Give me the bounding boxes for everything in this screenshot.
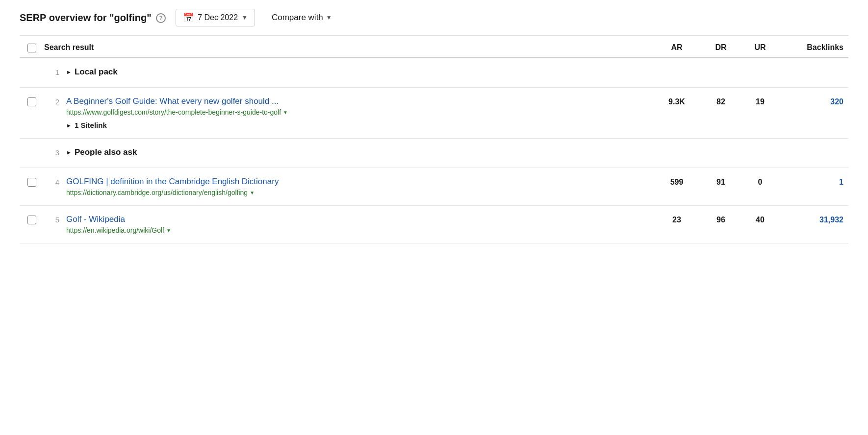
table-row: 1 ► Local pack: [20, 58, 848, 88]
row-1-expand-arrow[interactable]: ►: [66, 69, 72, 75]
header-result-label: Search result: [44, 43, 652, 52]
row-5-ur: 40: [740, 215, 780, 224]
row-1-number: 1: [44, 67, 66, 76]
row-5-backlinks-link[interactable]: 31,932: [819, 216, 843, 224]
row-1-ur: [740, 67, 780, 68]
row-2-sitelink-arrow[interactable]: ►: [66, 122, 72, 128]
row-2-title-link[interactable]: A Beginner's Golf Guide: What every new …: [66, 97, 279, 106]
row-5-content: Golf - Wikipedia https://en.wikipedia.or…: [66, 215, 652, 234]
row-5-checkbox[interactable]: [27, 216, 36, 224]
date-label: 7 Dec 2022: [198, 13, 238, 22]
header-ar-label: AR: [652, 43, 701, 52]
row-5-number: 5: [44, 215, 66, 224]
page-header: SERP overview for "golfing" ? 📅 7 Dec 20…: [20, 0, 848, 36]
row-3-dr: [701, 147, 740, 148]
help-icon[interactable]: ?: [156, 13, 166, 23]
compare-label: Compare with: [272, 13, 323, 23]
row-3-ar: [652, 147, 701, 148]
serp-table: Search result AR DR UR Backlinks 1 ► Loc…: [20, 36, 848, 243]
row-2-ur: 19: [740, 97, 780, 106]
row-2-checkbox[interactable]: [27, 97, 36, 106]
row-1-content: ► Local pack: [66, 67, 652, 77]
row-5-checkbox-col[interactable]: [20, 215, 44, 224]
header-backlinks-label: Backlinks: [780, 43, 848, 52]
row-4-checkbox-col[interactable]: [20, 177, 44, 187]
row-4-url-arrow[interactable]: ▼: [250, 190, 255, 195]
row-4-backlinks[interactable]: 1: [780, 177, 848, 187]
date-dropdown-arrow: ▼: [242, 14, 248, 21]
row-4-dr: 91: [701, 177, 740, 187]
row-5-dr: 96: [701, 215, 740, 224]
row-1-dr: [701, 67, 740, 68]
row-4-result-col: 4 GOLFING | definition in the Cambridge …: [44, 177, 652, 196]
row-3-backlinks: [780, 147, 848, 148]
row-2-ar: 9.3K: [652, 97, 701, 106]
table-row: 2 A Beginner's Golf Guide: What every ne…: [20, 88, 848, 139]
row-2-url-arrow[interactable]: ▼: [283, 110, 288, 115]
row-3-title: People also ask: [75, 147, 137, 157]
row-3-number: 3: [44, 147, 66, 157]
row-5-title-link[interactable]: Golf - Wikipedia: [66, 215, 125, 224]
row-3-expand-arrow[interactable]: ►: [66, 149, 72, 155]
row-5-url: https://en.wikipedia.org/wiki/Golf ▼: [66, 226, 652, 234]
date-picker-button[interactable]: 📅 7 Dec 2022 ▼: [176, 9, 255, 26]
row-3-result-col: 3 ► People also ask: [44, 147, 652, 157]
row-5-backlinks[interactable]: 31,932: [780, 215, 848, 224]
header-ur-label: UR: [740, 43, 780, 52]
table-row: 3 ► People also ask: [20, 139, 848, 168]
row-4-ur: 0: [740, 177, 780, 187]
row-1-ar: [652, 67, 701, 68]
header-dr-label: DR: [701, 43, 740, 52]
row-4-number: 4: [44, 177, 66, 186]
row-1-backlinks: [780, 67, 848, 68]
compare-dropdown-arrow: ▼: [326, 14, 332, 21]
row-2-sitelink-text: 1 Sitelink: [75, 121, 107, 129]
table-row: 5 Golf - Wikipedia https://en.wikipedia.…: [20, 206, 848, 243]
header-checkbox-col: [20, 43, 44, 52]
row-5-result-col: 5 Golf - Wikipedia https://en.wikipedia.…: [44, 215, 652, 234]
row-3-ur: [740, 147, 780, 148]
compare-with-button[interactable]: Compare with ▼: [265, 10, 339, 25]
row-4-url: https://dictionary.cambridge.org/us/dict…: [66, 189, 652, 196]
page-title: SERP overview for "golfing" ?: [20, 12, 166, 24]
row-4-title-link[interactable]: GOLFING | definition in the Cambridge En…: [66, 177, 279, 186]
row-2-dr: 82: [701, 97, 740, 106]
row-4-url-link[interactable]: https://dictionary.cambridge.org/us/dict…: [66, 189, 248, 196]
select-all-checkbox[interactable]: [27, 44, 36, 52]
row-2-backlinks-link[interactable]: 320: [830, 97, 843, 106]
row-5-ar: 23: [652, 215, 701, 224]
row-4-backlinks-link[interactable]: 1: [839, 178, 843, 186]
row-2-url-link[interactable]: https://www.golfdigest.com/story/the-com…: [66, 108, 281, 116]
row-2-checkbox-col[interactable]: [20, 97, 44, 106]
row-2-backlinks[interactable]: 320: [780, 97, 848, 106]
calendar-icon: 📅: [183, 12, 194, 23]
row-1-title: Local pack: [75, 67, 118, 77]
row-4-content: GOLFING | definition in the Cambridge En…: [66, 177, 652, 196]
row-2-result-col: 2 A Beginner's Golf Guide: What every ne…: [44, 97, 652, 129]
row-2-content: A Beginner's Golf Guide: What every new …: [66, 97, 652, 129]
table-row: 4 GOLFING | definition in the Cambridge …: [20, 168, 848, 206]
table-header-row: Search result AR DR UR Backlinks: [20, 36, 848, 58]
row-2-sitelink: ► 1 Sitelink: [66, 121, 652, 129]
row-4-checkbox[interactable]: [27, 178, 36, 187]
row-1-result-col: 1 ► Local pack: [44, 67, 652, 77]
row-4-ar: 599: [652, 177, 701, 187]
row-3-content: ► People also ask: [66, 147, 652, 157]
row-5-url-arrow[interactable]: ▼: [166, 228, 171, 233]
row-2-number: 2: [44, 97, 66, 106]
row-2-url: https://www.golfdigest.com/story/the-com…: [66, 108, 652, 116]
row-5-url-link[interactable]: https://en.wikipedia.org/wiki/Golf: [66, 226, 164, 234]
